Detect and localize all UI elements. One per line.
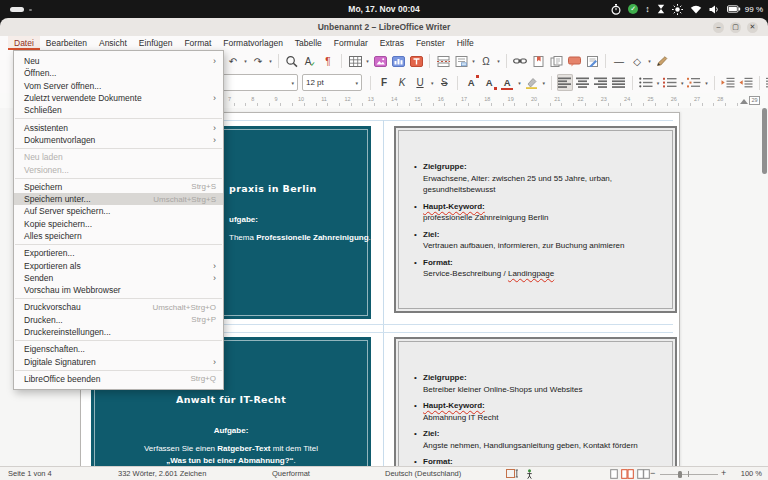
highlight-color-icon[interactable] bbox=[524, 74, 540, 91]
volume-icon[interactable] bbox=[709, 5, 720, 14]
numbered-list-icon[interactable] bbox=[662, 74, 678, 91]
info-card-zahnarzt[interactable]: Zielgruppe:Erwachsene, Alter: zwischen 2… bbox=[394, 126, 677, 313]
redo-icon-dropdown[interactable]: ▾ bbox=[267, 58, 274, 64]
basic-shapes-icon-dropdown[interactable]: ▾ bbox=[646, 58, 653, 64]
outline-list-icon[interactable] bbox=[686, 74, 702, 91]
menu-item-vorschau-im-webbrowser[interactable]: Vorschau im Webbrowser bbox=[14, 284, 223, 296]
decrease-indent-icon[interactable] bbox=[738, 74, 754, 91]
menu-item-exportieren-als[interactable]: Exportieren als› bbox=[14, 259, 223, 271]
menu-item-druckereinstellungen[interactable]: Druckereinstellungen... bbox=[14, 326, 223, 338]
bullet-list-icon[interactable] bbox=[638, 74, 654, 91]
insert-table-icon[interactable] bbox=[347, 53, 363, 70]
menubar-item-fenster[interactable]: Fenster bbox=[410, 36, 451, 50]
insert-line-icon[interactable]: — bbox=[611, 53, 627, 70]
status-page-style[interactable]: Querformat bbox=[272, 467, 310, 480]
menubar-item-formular[interactable]: Formular bbox=[328, 36, 374, 50]
redo-icon[interactable]: ↷ bbox=[250, 53, 266, 70]
outline-list-icon-dropdown[interactable]: ▾ bbox=[703, 80, 709, 86]
insert-table-icon-dropdown[interactable]: ▾ bbox=[364, 58, 371, 64]
menu-item-exportieren[interactable]: Exportieren... bbox=[14, 247, 223, 259]
align-center-icon[interactable] bbox=[575, 74, 591, 91]
menu-item-speichern[interactable]: SpeichernStrg+S bbox=[14, 181, 223, 193]
menu-item-libreoffice-beenden[interactable]: LibreOffice beendenStrg+Q bbox=[14, 373, 223, 385]
undo-icon[interactable]: ↶ bbox=[225, 53, 241, 70]
align-right-icon[interactable] bbox=[593, 74, 609, 91]
font-color-icon[interactable]: A bbox=[499, 74, 515, 91]
special-character-icon-dropdown[interactable]: ▾ bbox=[495, 58, 502, 64]
menu-item-assistenten[interactable]: Assistenten› bbox=[14, 121, 223, 133]
subscript-icon[interactable]: A bbox=[481, 74, 497, 91]
system-tray[interactable]: ✓↕99 % bbox=[611, 0, 763, 18]
maximize-button[interactable]: ▢ bbox=[730, 22, 741, 33]
indicator-updown-icon[interactable]: ↕ bbox=[645, 4, 650, 14]
menubar-item-ansicht[interactable]: Ansicht bbox=[93, 36, 133, 50]
menu-item-speichern-unter[interactable]: Speichern unter...Umschalt+Strg+S bbox=[14, 193, 223, 205]
track-changes-icon[interactable] bbox=[584, 53, 600, 70]
undo-icon-dropdown[interactable]: ▾ bbox=[242, 58, 249, 64]
underline-icon-dropdown[interactable]: ▾ bbox=[429, 80, 435, 86]
menu-item-druckvorschau[interactable]: DruckvorschauUmschalt+Strg+O bbox=[14, 301, 223, 313]
menubar-item-extras[interactable]: Extras bbox=[374, 36, 410, 50]
bullet-list-icon-dropdown[interactable]: ▾ bbox=[655, 80, 661, 86]
align-left-icon[interactable] bbox=[557, 74, 573, 91]
menubar-item-formatvorlagen[interactable]: Formatvorlagen bbox=[217, 36, 289, 50]
numbered-list-icon-dropdown[interactable]: ▾ bbox=[679, 80, 685, 86]
menu-item-alles-speichern[interactable]: Alles speichern bbox=[14, 230, 223, 242]
menu-item-auf-server-speichern[interactable]: Auf Server speichern... bbox=[14, 205, 223, 217]
menu-item-kopie-speichern[interactable]: Kopie speichern... bbox=[14, 218, 223, 230]
menu-item-vom-server-öffnen[interactable]: Vom Server öffnen... bbox=[14, 80, 223, 92]
hyperlink-icon[interactable] bbox=[512, 53, 528, 70]
info-card-anwalt[interactable]: Zielgruppe:Betreiber kleiner Online-Shop… bbox=[394, 337, 677, 466]
chevron-down-icon[interactable]: ▾ bbox=[291, 80, 294, 86]
menu-item-eigenschaften[interactable]: Eigenschaften... bbox=[14, 343, 223, 355]
status-word-count[interactable]: 332 Wörter, 2.601 Zeichen bbox=[118, 467, 206, 480]
single-page-view-icon[interactable] bbox=[610, 469, 618, 480]
zoom-slider-track[interactable] bbox=[660, 474, 718, 475]
bold-icon[interactable]: F bbox=[376, 74, 392, 91]
insert-textbox-icon[interactable] bbox=[408, 53, 424, 70]
menubar-item-bearbeiten[interactable]: Bearbeiten bbox=[40, 36, 93, 50]
menu-item-drucken[interactable]: Drucken...Strg+P bbox=[14, 314, 223, 326]
menu-item-dokumentvorlagen[interactable]: Dokumentvorlagen› bbox=[14, 134, 223, 146]
indent-marker-icon[interactable] bbox=[740, 99, 748, 104]
formatting-marks-icon[interactable]: ¶ bbox=[320, 53, 336, 70]
align-justify-icon[interactable] bbox=[611, 74, 627, 91]
multi-page-view-icon[interactable] bbox=[621, 469, 634, 480]
menu-item-neu[interactable]: Neu› bbox=[14, 55, 223, 67]
workspace-pill[interactable] bbox=[10, 7, 24, 12]
menu-item-öffnen[interactable]: Öffnen... bbox=[14, 67, 223, 79]
status-zoom-value[interactable]: 100 % bbox=[741, 467, 762, 480]
updates-ready-icon[interactable]: ✓ bbox=[628, 4, 638, 14]
accessibility-check-icon[interactable] bbox=[526, 469, 533, 480]
vertical-scrollbar[interactable] bbox=[762, 108, 767, 174]
zoom-out-icon[interactable]: − bbox=[650, 467, 655, 480]
page-break-icon[interactable] bbox=[435, 53, 451, 70]
menu-item-digitale-signaturen[interactable]: Digitale Signaturen› bbox=[14, 356, 223, 368]
chevron-down-icon[interactable]: ▾ bbox=[355, 80, 358, 86]
italic-icon[interactable]: K bbox=[394, 74, 410, 91]
timer-icon[interactable] bbox=[611, 4, 621, 15]
insert-image-icon[interactable] bbox=[372, 53, 388, 70]
status-page-count[interactable]: Seite 1 von 4 bbox=[8, 467, 52, 480]
wifi-icon[interactable] bbox=[690, 5, 702, 14]
insert-field-icon[interactable] bbox=[453, 53, 469, 70]
font-color-icon-dropdown[interactable]: ▾ bbox=[516, 80, 522, 86]
menu-item-zuletzt-verwendete-dokumente[interactable]: Zuletzt verwendete Dokumente› bbox=[14, 92, 223, 104]
selection-mode-icon[interactable] bbox=[506, 469, 519, 480]
menubar-item-format[interactable]: Format bbox=[178, 36, 217, 50]
menubar-item-datei[interactable]: Datei bbox=[8, 36, 40, 50]
cross-reference-icon[interactable] bbox=[548, 53, 564, 70]
increase-indent-icon[interactable] bbox=[720, 74, 736, 91]
minimize-button[interactable]: – bbox=[713, 22, 724, 33]
bookmark-icon[interactable] bbox=[530, 53, 546, 70]
insert-field-icon-dropdown[interactable]: ▾ bbox=[470, 58, 477, 64]
book-view-icon[interactable] bbox=[637, 469, 650, 480]
menu-item-schließen[interactable]: Schließen bbox=[14, 104, 223, 116]
superscript-icon[interactable]: A bbox=[463, 74, 479, 91]
basic-shapes-icon[interactable]: ◇ bbox=[629, 53, 645, 70]
menubar-item-einfügen[interactable]: Einfügen bbox=[133, 36, 179, 50]
close-button[interactable]: ✕ bbox=[747, 22, 758, 33]
underline-icon[interactable]: U bbox=[412, 74, 428, 91]
find-replace-icon[interactable] bbox=[284, 53, 300, 70]
window-titlebar[interactable]: Unbenannt 2 – LibreOffice Writer – ▢ ✕ bbox=[0, 18, 768, 37]
